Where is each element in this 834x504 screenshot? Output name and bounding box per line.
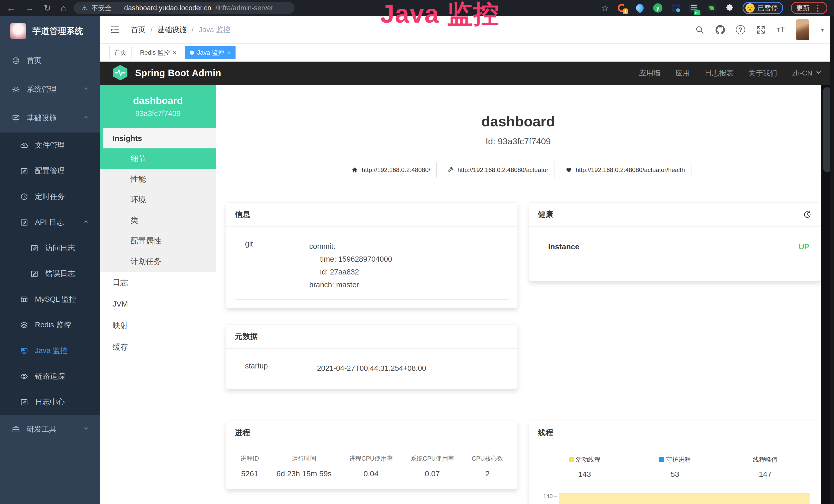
address-bar[interactable]: ⚠ 不安全 dashboard.yudao.iocoder.cn/infra/a… — [74, 2, 294, 14]
sidebar-menu-item[interactable]: 访问日志 — [0, 235, 100, 261]
info-value-line: branch: master — [309, 278, 392, 291]
legend-swatch — [569, 457, 574, 462]
sba-nav-links: 应用墙应用日志报表关于我们 zh-CN — [639, 68, 822, 78]
sba-menu-item[interactable]: JVM — [100, 293, 216, 315]
menu-item-label: 系统管理 — [27, 84, 57, 94]
sba-menu-item[interactable]: 映射 — [100, 315, 216, 336]
menu-item-icon — [20, 192, 28, 201]
breadcrumb-item[interactable]: 基础设施 — [158, 25, 199, 35]
bookmark-star-icon[interactable] — [601, 3, 609, 13]
sba-nav-link[interactable]: 应用墙 — [639, 68, 661, 78]
sba-nav-link[interactable]: 日志报表 — [705, 68, 733, 78]
sidebar-menu-item[interactable]: Java 监控 — [0, 338, 100, 364]
sba-group-insights[interactable]: Insights — [100, 129, 216, 148]
home-icon[interactable]: ⌂ — [61, 4, 66, 12]
reload-icon[interactable]: ↻ — [44, 4, 51, 12]
endpoint-url: http://192.168.0.2:48080/actuator — [458, 166, 548, 174]
back-icon[interactable]: ← — [7, 4, 16, 12]
extension-icon-list[interactable]: on — [688, 3, 699, 13]
fullscreen-icon[interactable] — [756, 25, 766, 35]
stat-label: 线程峰值 — [753, 456, 777, 464]
sba-menu-item[interactable]: 细节 — [100, 148, 216, 169]
sba-menu-item-label: 配置属性 — [130, 236, 161, 246]
sba-menu-item-label: 计划任务 — [130, 256, 161, 267]
extension-icon-pin[interactable] — [635, 3, 645, 13]
sba-logo-icon[interactable] — [112, 65, 128, 82]
page-tab[interactable]: Java 监控 — [185, 46, 236, 59]
sba-nav-link[interactable]: 应用 — [676, 68, 690, 78]
menu-item-icon — [30, 244, 39, 252]
instance-id-line: Id: 93a3fc7f7409 — [216, 136, 821, 146]
sba-menu-item[interactable]: 类 — [100, 210, 216, 231]
sba-menu-item[interactable]: 环境 — [100, 189, 216, 210]
endpoint-button[interactable]: http://192.168.0.2:48080/actuator — [441, 162, 555, 178]
extension-icon-grid[interactable] — [671, 3, 681, 13]
search-icon[interactable] — [695, 25, 705, 35]
sidebar-menu-item[interactable]: 日志中心 — [0, 389, 100, 415]
tab-close-icon[interactable] — [227, 49, 231, 56]
sba-menu-item-label: 环境 — [130, 194, 146, 205]
page-tab[interactable]: Redis 监控 — [135, 46, 181, 59]
breadcrumb-item[interactable]: 首页 — [131, 25, 158, 35]
locale-selector[interactable]: zh-CN — [792, 69, 822, 78]
health-row: Instance UP — [538, 243, 812, 261]
info-key: git — [245, 240, 309, 291]
paused-emoji-icon — [745, 3, 755, 13]
sidebar-menu-item[interactable]: 链路追踪 — [0, 364, 100, 389]
sba-menu-item[interactable]: 配置属性 — [100, 231, 216, 251]
forward-icon[interactable]: → — [25, 4, 34, 12]
y-tick-label: 140 — [543, 491, 557, 502]
app-menu: 首页 系统管理 基础设施 — [0, 46, 100, 444]
sba-brand[interactable]: Spring Boot Admin — [135, 68, 221, 78]
sba-menu-item[interactable]: 性能 — [100, 169, 216, 189]
page-tab[interactable]: 首页 — [109, 46, 132, 59]
extensions-puzzle-icon[interactable] — [725, 3, 735, 13]
app-title: 芋道管理系统 — [32, 25, 83, 37]
extension-icon-leaf[interactable] — [707, 3, 717, 13]
menu-item-label: 首页 — [27, 55, 42, 66]
threads-card: 线程 活动线程 — [529, 421, 821, 504]
sidebar-menu-item[interactable]: 研发工具 — [0, 415, 100, 444]
instance-title: dashboard — [216, 113, 821, 130]
sidebar-menu-item[interactable]: 定时任务 — [0, 184, 100, 209]
sba-nav-link[interactable]: 关于我们 — [748, 68, 777, 78]
sidebar-menu-item[interactable]: 错误日志 — [0, 261, 100, 287]
sba-menu-item[interactable]: 计划任务 — [100, 251, 216, 272]
avatar-caret-icon[interactable] — [820, 26, 825, 33]
sidebar-menu-item[interactable]: MySQL 监控 — [0, 287, 100, 312]
sba-content: dashboard Id: 93a3fc7f7409 http://192.16… — [216, 85, 834, 504]
sidebar-toggle-icon[interactable] — [109, 24, 120, 35]
health-history-icon[interactable] — [803, 210, 812, 219]
user-avatar[interactable] — [796, 19, 809, 40]
breadcrumb-item[interactable]: Java 监控 — [199, 25, 231, 35]
sidebar-menu-item[interactable]: Redis 监控 — [0, 312, 100, 338]
process-col-3: 系统CPU使用率 0.07 — [411, 455, 454, 478]
sba-menu-item[interactable]: 日志 — [100, 272, 216, 293]
paused-chip[interactable]: 已暂停 — [743, 2, 783, 14]
tab-close-icon[interactable] — [173, 49, 176, 56]
sidebar-menu-item[interactable]: API 日志 — [0, 209, 100, 235]
sba-menu-item[interactable]: 缓存 — [100, 336, 216, 358]
sidebar-menu-item[interactable]: 基础设施 — [0, 104, 100, 133]
sidebar-menu-item[interactable]: 文件管理 — [0, 133, 100, 158]
extension-on-badge: on — [694, 10, 700, 15]
text-size-icon[interactable] — [776, 25, 785, 35]
browser-menu-kebab-icon[interactable] — [814, 3, 822, 13]
app-logo-row[interactable]: 芋道管理系统 — [0, 16, 100, 46]
github-icon[interactable] — [715, 25, 725, 35]
sba-instance-header[interactable]: dashboard 93a3fc7f7409 — [100, 85, 216, 129]
help-icon[interactable] — [736, 25, 745, 35]
url-path: /infra/admin-server — [216, 4, 273, 12]
update-button[interactable]: 更新 — [791, 2, 827, 14]
extension-icon-circle[interactable]: 1 — [617, 3, 627, 13]
endpoint-button[interactable]: http://192.168.0.2:48080/actuator/health — [559, 162, 692, 178]
extension-icon-y[interactable]: y — [653, 3, 663, 13]
sidebar-menu-item[interactable]: 系统管理 — [0, 75, 100, 104]
browser-scrollbar[interactable] — [830, 16, 834, 504]
sidebar-menu-item[interactable]: 首页 — [0, 46, 100, 75]
menu-item-icon — [12, 114, 20, 122]
sidebar-menu-item[interactable]: 配置管理 — [0, 158, 100, 184]
endpoint-url: http://192.168.0.2:48080/ — [361, 166, 430, 174]
browser-bar: ← → ↻ ⌂ ⚠ 不安全 dashboard.yudao.iocoder.cn… — [0, 0, 834, 16]
endpoint-button[interactable]: http://192.168.0.2:48080/ — [345, 162, 437, 178]
